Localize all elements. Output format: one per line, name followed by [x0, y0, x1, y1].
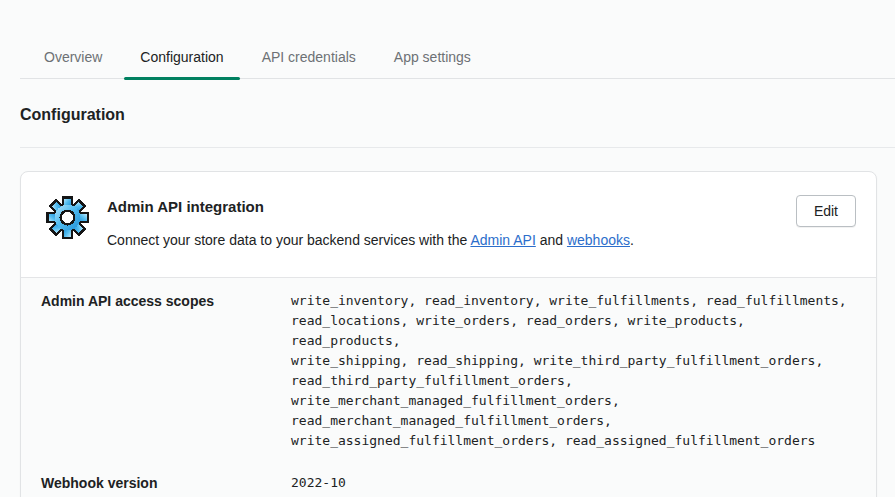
tabs-bar: Overview Configuration API credentials A…	[20, 0, 895, 79]
tab-configuration[interactable]: Configuration	[124, 40, 239, 78]
admin-api-link[interactable]: Admin API	[470, 232, 535, 248]
description-suffix: .	[630, 232, 634, 248]
edit-button[interactable]: Edit	[796, 195, 856, 227]
description-prefix: Connect your store data to your backend …	[107, 232, 470, 248]
webhook-version-row: Webhook version 2022-10	[21, 460, 876, 497]
card-header: Admin API integration Connect your store…	[21, 172, 876, 277]
page-title: Configuration	[20, 106, 895, 124]
card-description: Connect your store data to your backend …	[107, 230, 796, 250]
description-middle: and	[536, 232, 567, 248]
access-scopes-label: Admin API access scopes	[41, 291, 291, 311]
admin-api-integration-card: Admin API integration Connect your store…	[20, 171, 877, 497]
card-header-text: Admin API integration Connect your store…	[107, 195, 796, 250]
tab-overview[interactable]: Overview	[28, 40, 118, 78]
gear-icon	[45, 195, 90, 240]
webhook-version-label: Webhook version	[41, 473, 291, 493]
access-scopes-row: Admin API access scopes write_inventory,…	[21, 278, 876, 460]
webhooks-link[interactable]: webhooks	[567, 232, 630, 248]
card-rows: Admin API access scopes write_inventory,…	[21, 277, 876, 497]
tab-api-credentials[interactable]: API credentials	[246, 40, 372, 78]
heading-divider	[20, 147, 895, 148]
webhook-version-value: 2022-10	[291, 473, 860, 493]
tab-app-settings[interactable]: App settings	[378, 40, 487, 78]
card-title: Admin API integration	[107, 195, 796, 215]
access-scopes-value: write_inventory, read_inventory, write_f…	[291, 291, 860, 451]
